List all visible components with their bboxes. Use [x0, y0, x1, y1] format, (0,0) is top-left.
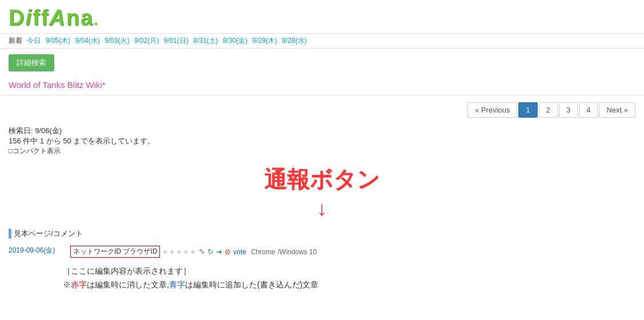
nav-date-8[interactable]: 8/28(水) [282, 37, 306, 45]
edit-icon[interactable]: ✎ [199, 247, 205, 256]
annotation-overlay: 通報ボタン ↓ [0, 154, 644, 226]
result-header: 見本ページ/コメント [0, 226, 644, 241]
vote-link[interactable]: vote [233, 248, 246, 256]
previous-button[interactable]: « Previous [467, 102, 517, 118]
wiki-title-link[interactable]: World of Tanks Blitz Wiki* [9, 80, 106, 90]
next-button[interactable]: Next » [599, 102, 635, 118]
section-bar-icon [9, 229, 11, 239]
arrow-icon[interactable]: ➜ [216, 247, 222, 256]
page-3-button[interactable]: 3 [559, 102, 578, 118]
page-4-button[interactable]: 4 [579, 102, 598, 118]
advanced-search-button[interactable]: 詳細検索 [9, 54, 54, 71]
nav-date-4[interactable]: 9/01(日) [164, 37, 189, 45]
refresh-icon[interactable]: ↻ [207, 247, 214, 256]
search-bar: 詳細検索 [0, 49, 644, 77]
result-count: 156 件中 1 から 50 までを表示しています。 [9, 136, 635, 146]
annotation-text: 通報ボタン [264, 167, 380, 192]
table-row: 2019-09-06(金) ネットワークID ブラウザID ★★★★★ ✎ ↻ … [9, 243, 635, 260]
nav-date-0[interactable]: 9/05(木) [46, 37, 70, 45]
content-mid: は編集時に消した文章, [87, 280, 169, 289]
content-red-text: 赤字 [71, 280, 87, 289]
logo-char-n: n [66, 6, 81, 30]
browser-info: Chrome [251, 248, 275, 256]
result-list: 2019-09-06(金) ネットワークID ブラウザID ★★★★★ ✎ ↻ … [0, 241, 644, 262]
section-title: 見本ページ/コメント [14, 229, 83, 239]
logo-dot: . [94, 11, 99, 29]
logo-char-a: A [49, 6, 66, 30]
page-1-button[interactable]: 1 [518, 102, 537, 118]
logo-char-ff: ff [33, 6, 49, 30]
content-line1: ［ここに編集内容が表示されます］ [63, 265, 635, 278]
content-suffix: は編集時に追加した(書き込んだ)文章 [185, 280, 318, 289]
pagination-top: « Previous 1 2 3 4 Next » [0, 98, 644, 122]
nav-date-1[interactable]: 9/04(水) [75, 37, 99, 45]
pagination-container: « Previous 1 2 3 4 Next » [467, 102, 635, 118]
result-content: ［ここに編集内容が表示されます］ ※赤字は編集時に消した文章,青字は編集時に追加… [0, 262, 644, 294]
search-date: 検索日: 9/06(金) [9, 126, 635, 136]
page-2-button[interactable]: 2 [539, 102, 558, 118]
divider-1 [0, 95, 644, 95]
content-prefix: ※ [63, 280, 71, 289]
meta-ids-box[interactable]: ネットワークID ブラウザID [70, 246, 160, 258]
content-blue-text: 青字 [169, 280, 185, 289]
section-label: 見本ページ/コメント [9, 229, 635, 239]
os-info: /Windows 10 [278, 248, 317, 256]
content-line2: ※赤字は編集時に消した文章,青字は編集時に追加した(書き込んだ)文章 [63, 278, 635, 292]
nav-label: 新着 [9, 37, 22, 45]
nav-date-5[interactable]: 8/31(土) [193, 37, 218, 45]
header: DiffAna. [0, 0, 644, 33]
nav-date-2[interactable]: 9/03(火) [105, 37, 129, 45]
nav-date-6[interactable]: 8/30(金) [223, 37, 247, 45]
nav-date-3[interactable]: 9/02(月) [134, 37, 159, 45]
nav-bar: 新着 今日 9/05(木) 9/04(水) 9/03(火) 9/02(月) 9/… [0, 33, 644, 49]
star-rating[interactable]: ★★★★★ [162, 248, 197, 256]
nav-today[interactable]: 今日 [27, 37, 41, 45]
annotation-arrow: ↓ [264, 197, 380, 221]
nav-date-7[interactable]: 8/29(木) [253, 37, 277, 45]
result-date: 2019-09-06(金) [9, 246, 63, 255]
logo-char-i: i [25, 6, 33, 30]
result-meta: ネットワークID ブラウザID ★★★★★ ✎ ↻ ➜ ⊘ vote Chrom… [70, 246, 317, 258]
logo-char-a2: a [81, 6, 94, 30]
wiki-title-section: World of Tanks Blitz Wiki* [0, 77, 644, 93]
logo-char-d: D [9, 6, 25, 30]
block-icon[interactable]: ⊘ [225, 247, 231, 256]
logo: DiffAna. [9, 6, 635, 30]
